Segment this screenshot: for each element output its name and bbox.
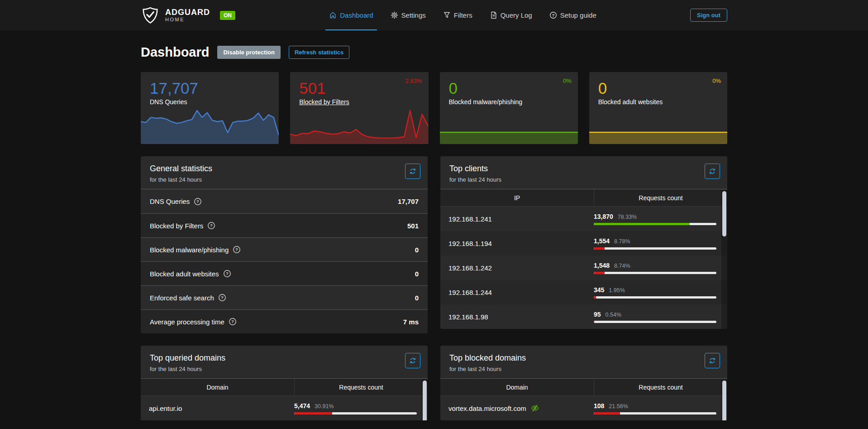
nav-item-query-log[interactable]: Query Log: [489, 0, 533, 30]
nav-item-setup-guide[interactable]: ?Setup guide: [548, 0, 597, 30]
stat-row-label: Average processing time: [150, 318, 224, 326]
refresh-panel-button[interactable]: [405, 164, 420, 179]
stat-card-label: DNS Queries: [150, 98, 279, 106]
svg-text:?: ?: [235, 247, 238, 252]
stat-row-average-processing-time: Average processing time?7 ms: [141, 309, 428, 333]
general-statistics-table: DNS Queries?17,707Blocked by Filters?501…: [141, 189, 428, 333]
stat-card-label[interactable]: Blocked by Filters: [299, 98, 428, 106]
nav-item-filters[interactable]: Filters: [442, 0, 473, 30]
help-circle-icon: ?: [207, 222, 215, 230]
row-name: api.entur.io: [149, 405, 182, 412]
panel-scrollbar: [721, 190, 727, 329]
requests-percent: 8.78%: [614, 238, 630, 245]
stat-row-value: 7 ms: [403, 318, 419, 326]
stat-card-value: 501: [299, 79, 428, 97]
gear-icon: [391, 11, 398, 19]
help-circle-icon: ?: [218, 294, 226, 302]
stat-card-value: 0: [449, 79, 578, 97]
help-icon[interactable]: ?: [207, 222, 215, 230]
refresh-icon: [709, 168, 716, 175]
help-icon[interactable]: ?: [194, 198, 202, 206]
help-icon[interactable]: ?: [233, 246, 241, 254]
shield-check-icon: [141, 5, 160, 25]
svg-text:?: ?: [221, 295, 224, 300]
nav-item-label: Filters: [454, 11, 472, 19]
panel-title: Top queried domains: [150, 353, 419, 363]
requests-percent: 0.54%: [606, 312, 621, 318]
disable-protection-button[interactable]: Disable protection: [217, 46, 280, 59]
top-nav: ADGUARD HOME ON DashboardSettingsFilters…: [0, 0, 868, 30]
column-header-domain: Domain: [440, 384, 594, 391]
table-row: api.entur.io5,47430.91%: [141, 396, 428, 420]
adguard-logo[interactable]: ADGUARD HOME ON: [141, 5, 235, 25]
row-name: 192.168.1.98: [448, 313, 488, 321]
logo-subtitle: HOME: [165, 17, 210, 22]
svg-text:?: ?: [231, 319, 234, 324]
help-circle-icon: ?: [194, 198, 202, 206]
panel-subtitle: for the last 24 hours: [449, 366, 718, 372]
panel-scrollbar: [422, 380, 428, 420]
unblock-domain-button[interactable]: [531, 404, 539, 412]
requests-percent: 78.33%: [618, 214, 637, 220]
document-icon: [490, 11, 497, 19]
row-name: 192.168.1.241: [448, 215, 492, 223]
progress-bar: [294, 412, 417, 415]
protection-status-badge: ON: [220, 11, 235, 20]
requests-count: 1,554: [594, 237, 610, 245]
requests-percent: 30.91%: [315, 403, 334, 410]
refresh-statistics-button[interactable]: Refresh statistics: [289, 46, 349, 59]
top-clients-table: 192.168.1.24113,87078.33%192.168.1.1941,…: [440, 207, 727, 329]
scrollbar-thumb[interactable]: [722, 191, 726, 236]
refresh-panel-button[interactable]: [405, 353, 420, 368]
refresh-panel-button[interactable]: [705, 164, 720, 179]
scrollbar-thumb[interactable]: [722, 381, 726, 420]
requests-percent: 21.56%: [609, 403, 628, 410]
table-row: 192.168.1.98950.54%: [440, 304, 727, 329]
progress-bar: [594, 412, 716, 415]
stat-row-value: 17,707: [398, 198, 419, 205]
help-circle-icon: ?: [229, 318, 237, 326]
sparkline-chart: [290, 109, 428, 144]
stat-row-value: 0: [415, 246, 419, 254]
nav-item-dashboard[interactable]: Dashboard: [328, 0, 374, 30]
requests-percent: 1.95%: [609, 287, 625, 294]
requests-percent: 8.74%: [614, 263, 630, 269]
help-circle-icon: ?: [549, 11, 557, 19]
top-blocked-domains-panel: Top blocked domains for the last 24 hour…: [440, 346, 727, 420]
panel-subtitle: for the last 24 hours: [150, 176, 419, 183]
progress-bar: [594, 296, 716, 299]
help-icon[interactable]: ?: [223, 270, 231, 278]
row-name: 192.168.1.194: [448, 240, 492, 247]
help-icon[interactable]: ?: [229, 318, 237, 326]
stat-card-blocked-adult-websites: 0%0Blocked adult websites: [589, 72, 727, 144]
svg-text:?: ?: [196, 199, 199, 204]
logo-title: ADGUARD: [165, 8, 210, 17]
nav-item-settings[interactable]: Settings: [390, 0, 427, 30]
column-header-ip: IP: [440, 194, 594, 202]
column-header-requests: Requests count: [294, 379, 428, 395]
sign-out-button[interactable]: Sign out: [690, 9, 727, 22]
column-header-requests: Requests count: [594, 379, 727, 395]
help-circle-icon: ?: [223, 270, 231, 278]
table-column-header: Domain Requests count: [440, 379, 727, 396]
nav-item-label: Query Log: [501, 11, 532, 19]
column-header-domain: Domain: [141, 384, 294, 391]
stat-card-blocked-by-filters: 2.83%501Blocked by Filters: [290, 72, 428, 144]
top-clients-panel: Top clients for the last 24 hours IP Req…: [440, 156, 727, 329]
top-blocked-domains-table: vortex.data.microsoft.com10821.56%: [440, 396, 727, 420]
stat-row-label: Blocked by Filters: [150, 222, 203, 230]
sparkline-chart: [440, 109, 578, 144]
scrollbar-thumb[interactable]: [423, 381, 427, 420]
refresh-panel-button[interactable]: [705, 353, 720, 368]
requests-count: 95: [594, 311, 601, 318]
help-icon[interactable]: ?: [218, 294, 226, 302]
progress-bar: [594, 247, 716, 250]
nav-menu: DashboardSettingsFiltersQuery Log?Setup …: [328, 0, 597, 30]
panel-subtitle: for the last 24 hours: [150, 366, 419, 372]
stat-row-label: Blocked malware/phishing: [150, 246, 229, 254]
svg-text:?: ?: [552, 13, 554, 18]
nav-item-label: Dashboard: [340, 11, 373, 19]
column-header-requests: Requests count: [594, 189, 727, 206]
stat-row-label: Enforced safe search: [150, 294, 214, 302]
stat-row-blocked-by-filters: Blocked by Filters?501: [141, 213, 428, 237]
